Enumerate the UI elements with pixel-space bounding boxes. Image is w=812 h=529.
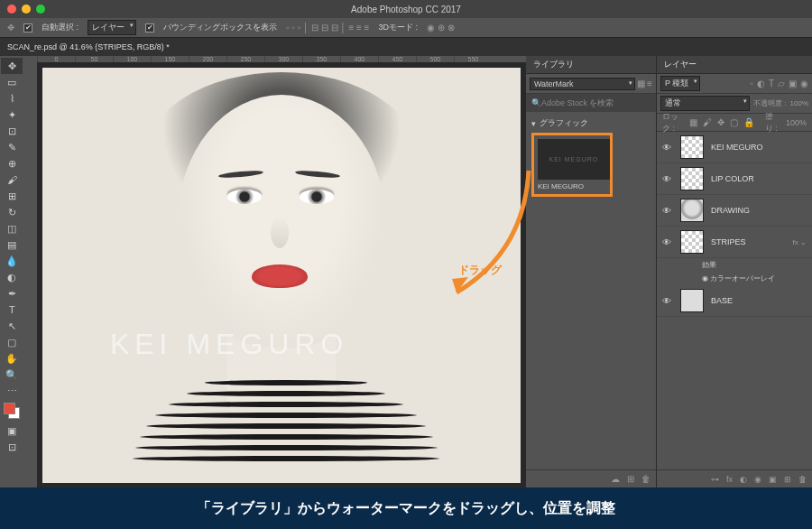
lock-artboard-icon[interactable]: ▢ (730, 117, 738, 127)
layer-row[interactable]: 👁 BASE (657, 285, 812, 317)
eyedropper-tool[interactable]: ✎ (1, 139, 23, 155)
link-icon[interactable]: ⊶ (711, 475, 719, 484)
filter-shape-icon[interactable]: ▱ (778, 79, 785, 88)
group-icon[interactable]: ▣ (769, 475, 777, 484)
mask-icon[interactable]: ◐ (740, 475, 747, 484)
visibility-icon[interactable]: 👁 (662, 206, 673, 216)
layers-footer: ⊶ fx ◐ ◉ ▣ ⊞ 🗑 (657, 469, 812, 487)
auto-select-target[interactable]: レイヤー (88, 20, 136, 35)
add-icon[interactable]: ⊞ (627, 474, 634, 484)
filter-image-icon[interactable]: ▫ (750, 79, 753, 88)
quickmask-tool[interactable]: ▣ (1, 422, 23, 439)
layer-filter-type[interactable]: P 種類 (660, 76, 700, 91)
fill-value[interactable]: 100% (786, 118, 807, 127)
layer-row[interactable]: 👁 STRIPES fx ⌄ (657, 227, 812, 258)
path-tool[interactable]: ↖ (1, 318, 23, 334)
visibility-icon[interactable]: 👁 (662, 174, 673, 184)
gradient-tool[interactable]: ▤ (1, 237, 23, 253)
layer-name: LIP COLOR (711, 174, 807, 183)
document-tab[interactable]: SCAN_re.psd @ 41.6% (STRIPES, RGB/8) * (7, 42, 170, 51)
grid-view-icon[interactable]: ▦ (637, 79, 645, 88)
color-swatches[interactable] (4, 403, 20, 419)
trash-icon[interactable]: 🗑 (798, 475, 807, 484)
visibility-icon[interactable]: 👁 (662, 296, 673, 306)
bounding-box-label: バウンディングボックスを表示 (163, 22, 277, 33)
auto-select-label: 自動選択 : (42, 22, 78, 33)
minimize-icon[interactable] (22, 5, 31, 14)
library-panel: ライブラリ WaterMark ▦ ≡ 🔍 Adobe Stock を検索 ▾グ… (526, 56, 657, 487)
tutorial-caption: 「ライブラリ」からウォーターマークをドラッグし、位置を調整 (0, 487, 812, 529)
fx-icon[interactable]: fx (726, 475, 733, 484)
hand-tool[interactable]: ✋ (1, 350, 23, 367)
layer-effect-item[interactable]: ◉ カラーオーバーレイ (657, 272, 812, 285)
layer-name: BASE (711, 296, 807, 305)
lasso-tool[interactable]: ⌇ (1, 90, 23, 107)
mode-3d-icons[interactable]: ◉ ⊕ ⊗ (427, 23, 455, 32)
filter-adjust-icon[interactable]: ◐ (757, 79, 765, 88)
crop-tool[interactable]: ⊡ (1, 123, 23, 139)
library-item-name: KEI MEGURO (538, 182, 606, 190)
visibility-icon[interactable]: 👁 (662, 143, 673, 153)
more-tool[interactable]: ⋯ (1, 383, 23, 399)
fill-label: 塗り : (765, 111, 780, 135)
titlebar: Adobe Photoshop CC 2017 (0, 0, 812, 18)
canvas[interactable]: KEI MEGURO ドラッグ (37, 62, 526, 487)
wand-tool[interactable]: ✦ (1, 107, 23, 123)
maximize-icon[interactable] (36, 5, 45, 14)
zoom-tool[interactable]: 🔍 (1, 367, 23, 383)
cloud-icon[interactable]: ☁ (611, 474, 620, 484)
filter-toggle-icon[interactable]: ◉ (800, 79, 808, 88)
healing-tool[interactable]: ⊕ (1, 155, 23, 172)
history-brush-tool[interactable]: ↻ (1, 204, 23, 220)
blur-tool[interactable]: 💧 (1, 253, 23, 269)
photoshop-window: Adobe Photoshop CC 2017 ✥ ✔ 自動選択 : レイヤー … (0, 0, 812, 487)
new-layer-icon[interactable]: ⊞ (784, 475, 791, 484)
layer-row[interactable]: 👁 DRAWING (657, 195, 812, 227)
dodge-tool[interactable]: ◐ (1, 269, 23, 285)
bounding-box-checkbox[interactable]: ✔ (145, 23, 154, 32)
align-icons[interactable]: ▫ ▫ ▫ │ ⊟ ⊟ ⊟ │ ≡ ≡ ≡ (286, 23, 369, 32)
blend-mode-select[interactable]: 通常 (660, 96, 750, 111)
layers-panel-title: レイヤー (657, 56, 812, 74)
blend-row: 通常 不透明度 : 100% (657, 94, 812, 114)
brush-tool[interactable]: 🖌 (1, 172, 23, 188)
type-tool[interactable]: T (1, 302, 23, 318)
filter-type-icon[interactable]: T (769, 79, 774, 88)
move-tool[interactable]: ✥ (1, 58, 23, 74)
marquee-tool[interactable]: ▭ (1, 74, 23, 90)
fx-badge[interactable]: fx ⌄ (793, 238, 807, 246)
library-selector[interactable]: WaterMark (530, 78, 635, 90)
canvas-wrap: KEI MEGURO ドラッグ (24, 62, 526, 487)
right-panels: ライブラリ WaterMark ▦ ≡ 🔍 Adobe Stock を検索 ▾グ… (526, 56, 812, 487)
layer-row[interactable]: 👁 LIP COLOR (657, 163, 812, 195)
chevron-down-icon[interactable]: ▾ (531, 119, 536, 128)
stamp-tool[interactable]: ⊞ (1, 188, 23, 204)
screenmode-tool[interactable]: ⊡ (1, 439, 23, 455)
ruler-vertical (24, 62, 37, 487)
shape-tool[interactable]: ▢ (1, 334, 23, 350)
adjustment-icon[interactable]: ◉ (754, 475, 761, 484)
library-selector-row: WaterMark ▦ ≡ (526, 74, 656, 94)
list-view-icon[interactable]: ≡ (647, 79, 652, 88)
opacity-value[interactable]: 100% (790, 99, 808, 107)
lock-all-icon[interactable]: 🔒 (743, 117, 754, 127)
filter-smart-icon[interactable]: ▣ (789, 79, 797, 88)
pen-tool[interactable]: ✒ (1, 285, 23, 302)
library-item-watermark[interactable]: KEI MEGURO KEI MEGURO (531, 133, 613, 197)
library-section-label: グラフィック (540, 117, 588, 129)
library-panel-title: ライブラリ (526, 56, 656, 74)
move-tool-icon: ✥ (7, 23, 14, 32)
lock-trans-icon[interactable]: ▦ (689, 117, 697, 127)
library-search[interactable]: 🔍 Adobe Stock を検索 (526, 94, 656, 112)
options-bar: ✥ ✔ 自動選択 : レイヤー ✔ バウンディングボックスを表示 ▫ ▫ ▫ │… (0, 18, 812, 38)
trash-icon[interactable]: 🗑 (641, 474, 651, 484)
lock-paint-icon[interactable]: 🖌 (703, 117, 712, 127)
eraser-tool[interactable]: ◫ (1, 220, 23, 237)
layer-row[interactable]: 👁 KEI MEGURO (657, 132, 812, 163)
lock-move-icon[interactable]: ✥ (717, 117, 724, 127)
visibility-icon[interactable]: 👁 (662, 237, 673, 247)
auto-select-checkbox[interactable]: ✔ (23, 23, 32, 32)
layer-name: STRIPES (711, 237, 786, 246)
close-icon[interactable] (7, 5, 16, 14)
layer-name: KEI MEGURO (711, 143, 807, 152)
